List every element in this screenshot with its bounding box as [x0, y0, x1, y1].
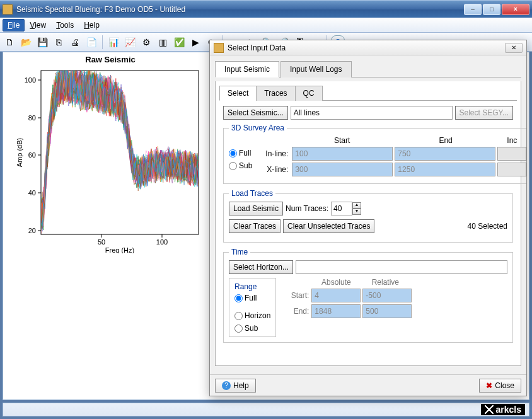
menu-view[interactable]: View — [25, 19, 51, 32]
range-sub-radio[interactable]: Sub — [234, 324, 270, 333]
survey-inc-header: Inc — [497, 136, 526, 145]
chart: Raw Seismic 50 100 20 40 60 80 100 Freq … — [16, 55, 205, 256]
select-panel: Select Seismic... Select SEGY... 3D Surv… — [219, 101, 517, 352]
main-titlebar: Seismic Spectral Blueing: F3 Demo OD5 - … — [0, 0, 532, 18]
params-icon[interactable]: ⚙ — [139, 35, 153, 49]
chart-canvas: 50 100 20 40 60 80 100 Freq (Hz) Amp (dB… — [16, 64, 205, 253]
window-title: Seismic Spectral Blueing: F3 Demo OD5 - … — [16, 5, 464, 14]
subtab-select[interactable]: Select — [219, 86, 257, 101]
num-traces-input[interactable] — [331, 202, 352, 215]
xline-end[interactable] — [395, 163, 495, 176]
svg-text:100: 100 — [25, 76, 36, 84]
bars-icon[interactable]: ▥ — [156, 35, 170, 49]
subtab-traces[interactable]: Traces — [256, 86, 295, 101]
menu-tools[interactable]: Tools — [51, 19, 79, 32]
rel-end[interactable] — [362, 304, 412, 318]
chart-title: Raw Seismic — [16, 55, 205, 64]
clear-traces-button[interactable]: Clear Traces — [229, 219, 280, 233]
tab-input-seismic[interactable]: Input Seismic — [215, 61, 279, 77]
status-bar: arkcls — [3, 403, 529, 416]
abs-end[interactable] — [311, 304, 361, 318]
blueing-icon[interactable]: 📈 — [123, 35, 137, 49]
sub-tabs: Select Traces QC — [219, 85, 517, 101]
apply-icon[interactable]: ▶ — [188, 35, 202, 49]
svg-text:20: 20 — [28, 227, 36, 234]
range-label: Range — [234, 282, 270, 291]
dialog-titlebar: Select Input Data ✕ — [210, 40, 526, 55]
load-legend: Load Traces — [229, 189, 275, 198]
chart-xlabel: Freq (Hz) — [105, 246, 134, 253]
spin-down-icon[interactable]: ▼ — [352, 209, 361, 215]
inline-label: In-line: — [258, 149, 290, 158]
load-fieldset: Load Traces Load Seismic Num Traces: ▲▼ … — [223, 189, 513, 243]
menu-file[interactable]: File — [3, 19, 25, 32]
saveas-icon[interactable]: ⎘ — [52, 35, 66, 49]
svg-text:50: 50 — [98, 238, 105, 246]
abs-start[interactable] — [311, 289, 361, 302]
open-icon[interactable]: 📂 — [19, 35, 33, 49]
save-icon[interactable]: 💾 — [35, 35, 49, 49]
menubar: File View Tools Help — [0, 18, 532, 33]
survey-full-radio[interactable]: Full — [229, 149, 252, 158]
time-legend: Time — [229, 248, 250, 256]
select-segy-button[interactable]: Select SEGY... — [455, 106, 514, 120]
inline-inc — [497, 147, 526, 161]
xline-label: X-line: — [258, 165, 290, 174]
window-close-button[interactable]: × — [502, 4, 529, 15]
num-traces-stepper[interactable]: ▲▼ — [331, 202, 361, 215]
clear-unselected-button[interactable]: Clear Unselected Traces — [283, 219, 374, 233]
chart-ylabel: Amp (dB) — [16, 138, 23, 167]
dialog-icon — [214, 43, 224, 53]
survey-fieldset: 3D Survey Area Full Sub — [223, 123, 526, 184]
svg-text:60: 60 — [28, 151, 36, 159]
time-fieldset: Time Select Horizon... Range Full Horizo… — [223, 248, 513, 343]
print-icon[interactable]: 🖨 — [68, 35, 82, 49]
brand-badge: arkcls — [481, 404, 525, 415]
lines-field[interactable] — [291, 106, 453, 120]
time-end-label: End: — [285, 307, 311, 316]
help-button[interactable]: ? Help — [215, 379, 256, 393]
dialog-tabs: Input Seismic Input Well Logs — [215, 60, 521, 77]
num-traces-label: Num Traces: — [286, 204, 328, 213]
svg-text:40: 40 — [28, 189, 36, 197]
minimize-button[interactable]: – — [464, 4, 482, 15]
survey-end-header: End — [394, 136, 498, 145]
select-seismic-button[interactable]: Select Seismic... — [223, 106, 288, 120]
relative-label: Relative — [361, 278, 410, 287]
inline-start[interactable] — [292, 147, 393, 161]
close-x-icon: ✖ — [486, 381, 492, 390]
dialog-title: Select Input Data — [228, 43, 286, 52]
selected-count: 40 Selected — [468, 222, 507, 231]
new-icon[interactable]: 🗋 — [3, 35, 16, 49]
svg-text:80: 80 — [28, 114, 36, 122]
help-circle-icon: ? — [222, 381, 231, 390]
maximize-button[interactable]: □ — [483, 4, 500, 15]
app-icon — [3, 4, 13, 14]
spin-up-icon[interactable]: ▲ — [352, 202, 361, 209]
dialog-footer: ? Help ✖ Close — [210, 374, 526, 396]
horizon-field[interactable] — [296, 260, 507, 274]
tab-input-well-logs[interactable]: Input Well Logs — [280, 61, 352, 77]
check-icon[interactable]: ✅ — [172, 35, 186, 49]
spectra-icon[interactable]: 📊 — [107, 35, 120, 49]
absolute-label: Absolute — [311, 278, 361, 287]
inline-end[interactable] — [395, 147, 495, 161]
range-horizon-radio[interactable]: Horizon — [234, 311, 270, 320]
survey-sub-radio[interactable]: Sub — [229, 161, 252, 170]
dialog-close-icon[interactable]: ✕ — [505, 43, 523, 53]
export-icon[interactable]: 📄 — [84, 35, 98, 49]
subtab-qc[interactable]: QC — [295, 86, 323, 101]
menu-help[interactable]: Help — [79, 19, 105, 32]
survey-start-header: Start — [290, 136, 394, 145]
svg-text:100: 100 — [156, 238, 168, 246]
separator — [102, 35, 103, 49]
load-seismic-button[interactable]: Load Seismic — [229, 202, 283, 215]
rel-start[interactable] — [362, 289, 412, 302]
survey-legend: 3D Survey Area — [229, 123, 287, 132]
range-box: Range Full Horizon Sub — [229, 278, 276, 337]
range-full-radio[interactable]: Full — [234, 294, 270, 302]
time-start-label: Start: — [285, 291, 311, 300]
xline-start[interactable] — [292, 163, 393, 176]
select-horizon-button[interactable]: Select Horizon... — [229, 260, 293, 274]
close-button[interactable]: ✖ Close — [479, 379, 521, 393]
